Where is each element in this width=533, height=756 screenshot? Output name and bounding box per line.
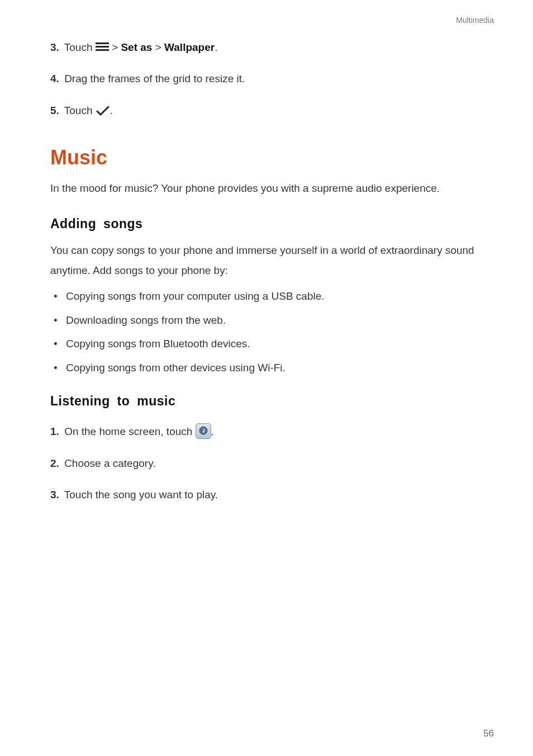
checkmark-icon <box>96 105 110 116</box>
music-app-icon <box>196 423 211 439</box>
step-number: 2. <box>50 457 59 469</box>
step-3: 3. Touch > Set as > Wallpaper. <box>50 39 494 56</box>
listen-step-2: 2. Choose a category. <box>50 455 494 472</box>
step-number: 4. <box>50 73 59 84</box>
step-number: 5. <box>50 105 59 116</box>
bold-label: Set as <box>121 41 152 53</box>
header-section-label: Multimedia <box>456 16 494 25</box>
menu-icon <box>96 42 109 51</box>
svg-point-0 <box>199 427 207 434</box>
adding-intro: You can copy songs to your phone and imm… <box>50 240 494 281</box>
subsection-listening: Listening to music <box>50 394 494 409</box>
listen-step-3: 3. Touch the song you want to play. <box>50 486 494 503</box>
bold-label: Wallpaper <box>164 41 215 53</box>
adding-bullets: Copying songs from your computer using a… <box>50 289 494 376</box>
step-text: Touch the song you want to play. <box>64 489 218 500</box>
step-number: 1. <box>50 426 59 437</box>
step-text: Touch <box>64 105 96 116</box>
list-item: Copying songs from Bluetooth devices. <box>50 336 494 352</box>
step-5: 5. Touch . <box>50 102 494 119</box>
page-number: 56 <box>483 728 494 739</box>
section-title-music: Music <box>50 146 494 169</box>
step-text: Drag the frames of the grid to resize it… <box>64 73 245 84</box>
listen-step-1: 1. On the home screen, touch . <box>50 423 494 440</box>
step-text: On the home screen, touch <box>64 426 195 437</box>
step-text: . <box>211 426 214 437</box>
step-text: . <box>215 41 217 53</box>
step-text: > <box>112 41 121 53</box>
step-number: 3. <box>50 41 59 53</box>
subsection-adding-songs: Adding songs <box>50 216 494 231</box>
step-text: Choose a category. <box>64 457 155 469</box>
step-number: 3. <box>50 489 59 500</box>
list-item: Copying songs from your computer using a… <box>50 289 494 305</box>
step-text: Touch <box>64 41 96 53</box>
step-text: > <box>152 41 164 53</box>
step-4: 4. Drag the frames of the grid to resize… <box>50 70 494 87</box>
step-text: . <box>110 105 113 116</box>
list-item: Downloading songs from the web. <box>50 313 494 329</box>
section-intro: In the mood for music? Your phone provid… <box>50 178 494 199</box>
list-item: Copying songs from other devices using W… <box>50 360 494 376</box>
page: Multimedia 3. Touch > Set as > Wallpaper… <box>0 0 533 756</box>
